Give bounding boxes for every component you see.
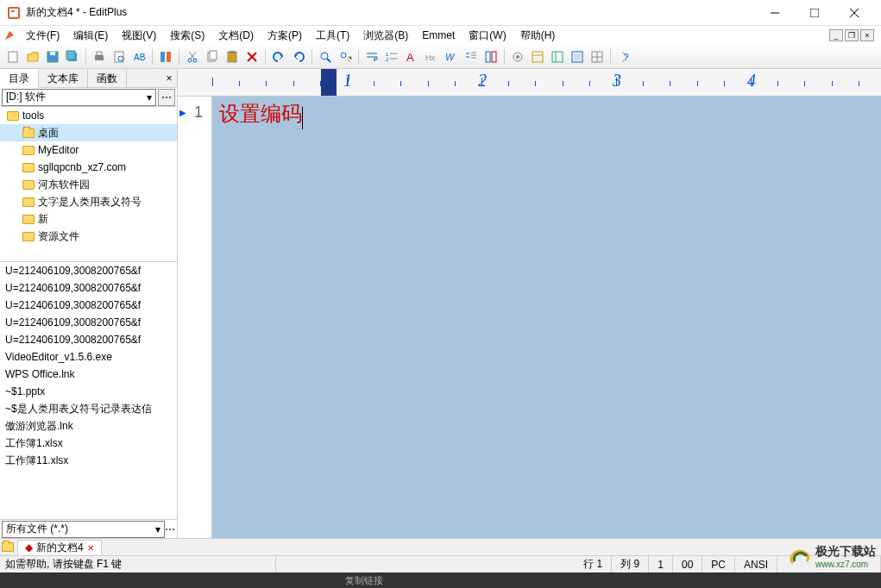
spell-icon[interactable]: ABC (129, 47, 148, 66)
tab-textlib[interactable]: 文本库 (39, 69, 88, 87)
mdi-restore[interactable]: ❐ (845, 29, 859, 41)
file-item[interactable]: 傲游浏览器.lnk (0, 417, 177, 435)
menu-window[interactable]: 窗口(W) (462, 27, 513, 45)
folder-item[interactable]: MyEditor (0, 141, 177, 159)
sidebar-close[interactable]: × (161, 69, 177, 87)
close-button[interactable] (834, 0, 874, 26)
text-area[interactable]: 设置编码 (212, 97, 881, 538)
save-all-icon[interactable] (63, 47, 82, 66)
panel3-icon[interactable] (568, 47, 587, 66)
panel1-icon[interactable] (528, 47, 547, 66)
folder-icon (7, 111, 19, 121)
menu-view[interactable]: 视图(V) (115, 27, 163, 45)
find-icon[interactable] (316, 47, 335, 66)
folder-label: 桌面 (38, 126, 59, 141)
folder-label: MyEditor (38, 144, 79, 156)
tabs-folder-icon[interactable] (0, 540, 16, 555)
menu-document[interactable]: 文档(D) (211, 27, 261, 45)
file-item[interactable]: ~$是人类用表义符号记录表达信 (0, 400, 177, 417)
file-item[interactable]: U=212406109,3008200765&f (0, 297, 177, 314)
filter-select[interactable]: 所有文件 (*.*) ▾ (2, 521, 165, 538)
folder-item[interactable]: 桌面 (0, 124, 177, 141)
wrap-icon[interactable] (362, 47, 381, 66)
doc-tab[interactable]: ◆ 新的文档4 ✕ (17, 540, 102, 555)
filter-menu[interactable]: ⋯ (165, 523, 175, 535)
replace-icon[interactable] (336, 47, 355, 66)
menu-tools[interactable]: 工具(T) (309, 27, 356, 45)
marker-icon[interactable] (156, 47, 175, 66)
cut-icon[interactable] (183, 47, 202, 66)
open-icon[interactable] (23, 47, 42, 66)
folder-item[interactable]: 文字是人类用表义符号 (0, 193, 177, 210)
file-item[interactable]: ~$1.pptx (0, 383, 177, 400)
gutter: ▶ 1 (178, 97, 212, 538)
svg-rect-52 (552, 52, 563, 62)
drive-select[interactable]: [D:] 软件 ▾ (2, 89, 156, 106)
menu-edit[interactable]: 编辑(E) (66, 27, 115, 45)
redo-icon[interactable] (289, 47, 308, 66)
svg-rect-18 (167, 52, 171, 62)
mdi-minimize[interactable]: _ (829, 29, 843, 41)
folder-item[interactable]: sgllqpcnb_xz7.com (0, 159, 177, 176)
folder-item[interactable]: tools (0, 107, 177, 124)
menu-browser[interactable]: 浏览器(B) (356, 27, 415, 45)
file-item[interactable]: U=212406109,3008200765&f (0, 262, 177, 279)
linenumber-icon[interactable]: 12 (382, 47, 401, 66)
ruler-number: 3 (613, 71, 621, 91)
print-icon[interactable] (90, 47, 109, 66)
folder-tree[interactable]: tools桌面MyEditorsgllqpcnb_xz7.com河东软件园文字是… (0, 107, 177, 262)
folder-icon (22, 180, 35, 190)
watermark-name: 极光下载站 (815, 544, 876, 560)
maximize-button[interactable] (795, 0, 834, 26)
menu-search[interactable]: 搜索(S) (163, 27, 211, 45)
svg-rect-55 (574, 53, 581, 60)
file-item[interactable]: 工作簿1.xlsx (0, 435, 177, 452)
ruler: 1234 (178, 69, 881, 97)
settings-icon[interactable] (508, 47, 527, 66)
columns-icon[interactable] (481, 47, 500, 66)
undo-icon[interactable] (269, 47, 288, 66)
file-item[interactable]: U=212406109,3008200765&f (0, 314, 177, 331)
menu-help[interactable]: 帮助(H) (513, 27, 563, 45)
panel4-icon[interactable] (588, 47, 607, 66)
doc-tabs: ◆ 新的文档4 ✕ (0, 538, 881, 555)
hex-icon[interactable]: Hx (422, 47, 441, 66)
folder-item[interactable]: 河东软件园 (0, 176, 177, 193)
file-item[interactable]: 工作簿11.xlsx (0, 452, 177, 469)
indent-icon[interactable] (462, 47, 481, 66)
folder-item[interactable]: 资源文件 (0, 228, 177, 245)
ruler-number: 4 (747, 71, 756, 91)
editor: 1234 ▶ 1 设置编码 (178, 69, 881, 538)
minimize-button[interactable] (755, 0, 795, 26)
menu-project[interactable]: 方案(P) (261, 27, 309, 45)
folder-item[interactable]: 新 (0, 210, 177, 228)
folder-label: 资源文件 (38, 229, 79, 244)
file-item[interactable]: U=212406109,3008200765&f (0, 331, 177, 348)
tab-functions[interactable]: 函数 (88, 69, 127, 87)
tab-close-icon[interactable]: ✕ (87, 543, 94, 553)
file-item[interactable]: WPS Office.lnk (0, 366, 177, 383)
delete-icon[interactable] (242, 47, 261, 66)
new-icon[interactable] (3, 47, 22, 66)
preview-icon[interactable] (110, 47, 129, 66)
copy-icon[interactable] (203, 47, 222, 66)
web-icon[interactable]: W (442, 47, 461, 66)
drive-menu[interactable]: ⋯ (158, 89, 175, 106)
file-list[interactable]: U=212406109,3008200765&fU=212406109,3008… (0, 262, 177, 519)
chevron-down-icon: ▾ (155, 523, 160, 535)
save-icon[interactable] (43, 47, 62, 66)
svg-point-49 (516, 55, 519, 59)
tab-directory[interactable]: 目录 (0, 69, 39, 88)
font-icon[interactable]: A (402, 47, 421, 66)
file-item[interactable]: VideoEditor_v1.5.6.exe (0, 348, 177, 366)
paste-icon[interactable] (223, 47, 242, 66)
svg-rect-9 (50, 52, 55, 55)
mdi-close[interactable]: × (860, 29, 874, 41)
file-item[interactable]: U=212406109,3008200765&f (0, 279, 177, 297)
menu-emmet[interactable]: Emmet (415, 28, 462, 43)
menu-file[interactable]: 文件(F) (19, 27, 66, 45)
svg-point-20 (193, 59, 197, 62)
panel2-icon[interactable] (548, 47, 567, 66)
help-icon[interactable]: ? (614, 47, 633, 66)
external-footer: 复制链接 (0, 572, 881, 588)
